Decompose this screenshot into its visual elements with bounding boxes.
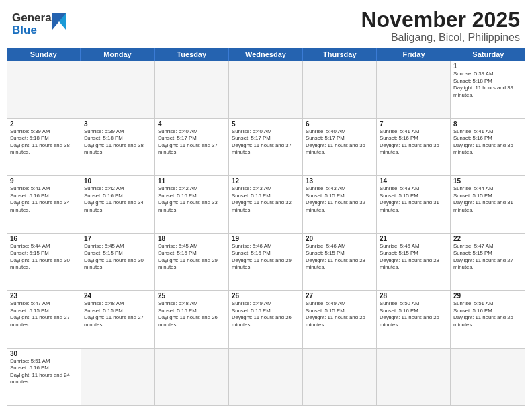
calendar-cell: 7Sunrise: 5:41 AMSunset: 5:16 PMDaylight… [377, 119, 451, 175]
day-number: 3 [84, 120, 152, 128]
cell-info: Sunrise: 5:48 AMSunset: 5:15 PMDaylight:… [158, 300, 226, 328]
calendar-cell: 5Sunrise: 5:40 AMSunset: 5:17 PMDaylight… [229, 119, 303, 175]
day-number: 29 [453, 292, 522, 300]
calendar-title: November 2025 [361, 8, 520, 32]
cell-info: Sunrise: 5:42 AMSunset: 5:16 PMDaylight:… [84, 185, 152, 214]
cell-info: Sunrise: 5:45 AMSunset: 5:15 PMDaylight:… [158, 243, 226, 271]
day-number: 19 [232, 235, 300, 242]
header-sunday: Sunday [7, 48, 81, 61]
calendar-body: 1Sunrise: 5:39 AMSunset: 5:18 PMDaylight… [7, 61, 525, 406]
calendar-cell: 11Sunrise: 5:42 AMSunset: 5:16 PMDayligh… [155, 176, 229, 232]
day-number: 18 [158, 235, 226, 242]
day-number: 30 [10, 350, 78, 357]
calendar-cell: 6Sunrise: 5:40 AMSunset: 5:17 PMDaylight… [303, 119, 377, 175]
day-number: 27 [306, 292, 373, 300]
calendar-row: 23Sunrise: 5:47 AMSunset: 5:15 PMDayligh… [7, 291, 525, 348]
calendar-cell: 14Sunrise: 5:43 AMSunset: 5:15 PMDayligh… [377, 176, 451, 232]
day-number: 2 [10, 120, 78, 128]
day-number: 22 [453, 235, 522, 242]
cell-info: Sunrise: 5:48 AMSunset: 5:15 PMDaylight:… [84, 300, 152, 328]
calendar-cell: 23Sunrise: 5:47 AMSunset: 5:15 PMDayligh… [7, 291, 81, 347]
calendar-cell: 20Sunrise: 5:46 AMSunset: 5:15 PMDayligh… [303, 234, 377, 290]
calendar-row: 9Sunrise: 5:41 AMSunset: 5:16 PMDaylight… [7, 176, 525, 233]
calendar-row: 16Sunrise: 5:44 AMSunset: 5:15 PMDayligh… [7, 234, 525, 291]
cell-info: Sunrise: 5:39 AMSunset: 5:18 PMDaylight:… [10, 128, 78, 156]
calendar-row: 1Sunrise: 5:39 AMSunset: 5:18 PMDaylight… [7, 61, 525, 118]
cell-info: Sunrise: 5:43 AMSunset: 5:15 PMDaylight:… [232, 185, 300, 214]
day-number: 6 [306, 120, 373, 128]
logo-svg: General Blue [12, 8, 73, 38]
calendar-cell: 24Sunrise: 5:48 AMSunset: 5:15 PMDayligh… [81, 291, 155, 347]
header-friday: Friday [377, 48, 451, 61]
logo: General Blue [12, 8, 73, 38]
header: General Blue November 2025 Baligang, Bic… [0, 0, 532, 48]
calendar-cell: 10Sunrise: 5:42 AMSunset: 5:16 PMDayligh… [81, 176, 155, 232]
cell-info: Sunrise: 5:46 AMSunset: 5:15 PMDaylight:… [306, 243, 373, 271]
day-number: 28 [380, 292, 447, 300]
header-monday: Monday [81, 48, 154, 61]
cell-info: Sunrise: 5:51 AMSunset: 5:16 PMDaylight:… [453, 300, 522, 328]
day-number: 14 [380, 177, 447, 185]
calendar-cell: 8Sunrise: 5:41 AMSunset: 5:16 PMDaylight… [451, 119, 525, 175]
calendar-cell [155, 349, 229, 405]
calendar-cell: 1Sunrise: 5:39 AMSunset: 5:18 PMDaylight… [451, 61, 525, 118]
calendar-cell: 2Sunrise: 5:39 AMSunset: 5:18 PMDaylight… [7, 119, 81, 175]
day-number: 24 [84, 292, 152, 300]
svg-text:General: General [12, 11, 54, 24]
day-number: 15 [453, 177, 522, 185]
cell-info: Sunrise: 5:47 AMSunset: 5:15 PMDaylight:… [10, 300, 78, 328]
page: General Blue November 2025 Baligang, Bic… [0, 0, 532, 411]
calendar-cell: 9Sunrise: 5:41 AMSunset: 5:16 PMDaylight… [7, 176, 81, 232]
calendar-cell: 28Sunrise: 5:50 AMSunset: 5:16 PMDayligh… [377, 291, 451, 347]
day-number: 17 [84, 235, 152, 242]
calendar-cell [229, 349, 303, 405]
day-number: 5 [232, 120, 300, 128]
cell-info: Sunrise: 5:46 AMSunset: 5:15 PMDaylight:… [232, 243, 300, 271]
cell-info: Sunrise: 5:49 AMSunset: 5:15 PMDaylight:… [306, 300, 373, 328]
calendar-cell: 26Sunrise: 5:49 AMSunset: 5:15 PMDayligh… [229, 291, 303, 347]
calendar-cell: 13Sunrise: 5:43 AMSunset: 5:15 PMDayligh… [303, 176, 377, 232]
cell-info: Sunrise: 5:44 AMSunset: 5:15 PMDaylight:… [453, 185, 522, 214]
calendar-cell: 21Sunrise: 5:46 AMSunset: 5:15 PMDayligh… [377, 234, 451, 290]
day-number: 21 [380, 235, 447, 242]
cell-info: Sunrise: 5:39 AMSunset: 5:18 PMDaylight:… [84, 128, 152, 156]
day-number: 1 [453, 62, 522, 70]
day-number: 26 [232, 292, 300, 300]
calendar-cell: 29Sunrise: 5:51 AMSunset: 5:16 PMDayligh… [451, 291, 525, 347]
calendar-cell [81, 61, 155, 118]
cell-info: Sunrise: 5:41 AMSunset: 5:16 PMDaylight:… [453, 128, 522, 156]
svg-text:Blue: Blue [12, 24, 37, 36]
cell-info: Sunrise: 5:51 AMSunset: 5:16 PMDaylight:… [10, 358, 78, 386]
cell-info: Sunrise: 5:45 AMSunset: 5:15 PMDaylight:… [84, 243, 152, 271]
cell-info: Sunrise: 5:41 AMSunset: 5:16 PMDaylight:… [10, 185, 78, 214]
calendar-cell [377, 349, 451, 405]
calendar-row: 2Sunrise: 5:39 AMSunset: 5:18 PMDaylight… [7, 119, 525, 176]
cell-info: Sunrise: 5:40 AMSunset: 5:17 PMDaylight:… [306, 128, 373, 156]
cell-info: Sunrise: 5:41 AMSunset: 5:16 PMDaylight:… [380, 128, 447, 156]
calendar-cell: 17Sunrise: 5:45 AMSunset: 5:15 PMDayligh… [81, 234, 155, 290]
calendar: Sunday Monday Tuesday Wednesday Thursday… [7, 48, 525, 406]
cell-info: Sunrise: 5:50 AMSunset: 5:16 PMDaylight:… [380, 300, 447, 328]
title-block: November 2025 Baligang, Bicol, Philippin… [361, 8, 520, 44]
cell-info: Sunrise: 5:47 AMSunset: 5:15 PMDaylight:… [453, 243, 522, 271]
header-thursday: Thursday [303, 48, 377, 61]
cell-info: Sunrise: 5:49 AMSunset: 5:15 PMDaylight:… [232, 300, 300, 328]
header-wednesday: Wednesday [229, 48, 303, 61]
calendar-cell: 30Sunrise: 5:51 AMSunset: 5:16 PMDayligh… [7, 349, 81, 405]
calendar-cell [229, 61, 303, 118]
day-number: 11 [158, 177, 226, 185]
header-saturday: Saturday [451, 48, 525, 61]
calendar-cell: 19Sunrise: 5:46 AMSunset: 5:15 PMDayligh… [229, 234, 303, 290]
cell-info: Sunrise: 5:43 AMSunset: 5:15 PMDaylight:… [306, 185, 373, 214]
cell-info: Sunrise: 5:44 AMSunset: 5:15 PMDaylight:… [10, 243, 78, 271]
cell-info: Sunrise: 5:43 AMSunset: 5:15 PMDaylight:… [380, 185, 447, 214]
calendar-cell: 3Sunrise: 5:39 AMSunset: 5:18 PMDaylight… [81, 119, 155, 175]
calendar-cell: 15Sunrise: 5:44 AMSunset: 5:15 PMDayligh… [451, 176, 525, 232]
day-number: 23 [10, 292, 78, 300]
day-number: 20 [306, 235, 373, 242]
day-number: 9 [10, 177, 78, 185]
day-number: 10 [84, 177, 152, 185]
calendar-cell: 16Sunrise: 5:44 AMSunset: 5:15 PMDayligh… [7, 234, 81, 290]
calendar-cell [155, 61, 229, 118]
calendar-cell: 22Sunrise: 5:47 AMSunset: 5:15 PMDayligh… [451, 234, 525, 290]
